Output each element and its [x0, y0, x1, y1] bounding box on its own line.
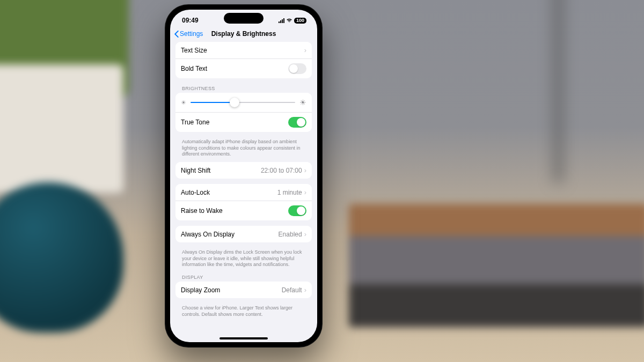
display-zoom-label: Display Zoom — [181, 286, 220, 294]
night-shift-value: 22:00 to 07:00 — [261, 167, 302, 174]
zoom-description: Choose a view for iPhone. Larger Text sh… — [175, 304, 312, 322]
chevron-right-icon: › — [304, 46, 306, 54]
text-size-label: Text Size — [181, 47, 207, 54]
chevron-right-icon: › — [304, 188, 306, 196]
screen: 09:49 100 Settings Display & Brightness — [170, 10, 317, 342]
lock-group: Auto-Lock 1 minute › Raise to Wake — [175, 184, 312, 220]
true-tone-toggle[interactable] — [288, 117, 306, 128]
brightness-slider-row: ☀︎ ☀︎ — [175, 93, 312, 113]
aod-label: Always On Display — [181, 231, 235, 238]
background-pot — [0, 64, 123, 193]
sun-large-icon: ☀︎ — [299, 98, 306, 107]
sun-small-icon: ☀︎ — [181, 99, 186, 106]
auto-lock-row[interactable]: Auto-Lock 1 minute › — [175, 184, 312, 201]
raise-to-wake-row: Raise to Wake — [175, 201, 312, 220]
navigation-bar: Settings Display & Brightness — [170, 27, 317, 42]
aod-group: Always On Display Enabled › — [175, 226, 312, 242]
background-tripod — [515, 0, 601, 182]
chevron-left-icon — [174, 31, 179, 38]
night-shift-label: Night Shift — [181, 167, 210, 174]
background-books — [349, 204, 644, 362]
chevron-right-icon: › — [304, 286, 306, 294]
display-zoom-row[interactable]: Display Zoom Default › — [175, 282, 312, 298]
aod-description: Always On Display dims the Lock Screen w… — [175, 248, 312, 272]
home-indicator[interactable] — [219, 337, 268, 339]
display-zoom-value: Default — [282, 286, 302, 294]
back-button[interactable]: Settings — [174, 30, 203, 38]
battery-indicator: 100 — [294, 18, 306, 24]
cellular-signal-icon — [279, 18, 284, 23]
raise-to-wake-label: Raise to Wake — [181, 207, 223, 215]
auto-lock-value: 1 minute — [277, 189, 302, 196]
brightness-header: BRIGHTNESS — [175, 84, 312, 93]
brightness-group: ☀︎ ☀︎ True Tone — [175, 93, 312, 132]
status-time: 09:49 — [182, 17, 199, 24]
night-shift-row[interactable]: Night Shift 22:00 to 07:00 › — [175, 162, 312, 179]
background-mug — [0, 182, 123, 333]
bold-text-row: Bold Text — [175, 59, 312, 78]
raise-to-wake-toggle[interactable] — [288, 205, 306, 216]
text-group: Text Size › Bold Text — [175, 42, 312, 78]
bold-text-label: Bold Text — [181, 65, 207, 72]
true-tone-row: True Tone — [175, 113, 312, 132]
bold-text-toggle[interactable] — [288, 63, 306, 74]
true-tone-description: Automatically adapt iPhone display based… — [175, 137, 312, 162]
display-header: DISPLAY — [175, 272, 312, 282]
true-tone-label: True Tone — [181, 119, 209, 126]
iphone-device: 09:49 100 Settings Display & Brightness — [165, 4, 323, 348]
display-zoom-group: Display Zoom Default › — [175, 282, 312, 298]
back-label: Settings — [180, 30, 203, 38]
text-size-row[interactable]: Text Size › — [175, 42, 312, 59]
chevron-right-icon: › — [304, 230, 306, 238]
wifi-icon — [286, 18, 292, 23]
page-title: Display & Brightness — [211, 30, 276, 38]
dynamic-island — [224, 13, 264, 24]
night-shift-group: Night Shift 22:00 to 07:00 › — [175, 162, 312, 179]
slider-knob[interactable] — [230, 98, 239, 107]
auto-lock-label: Auto-Lock — [181, 189, 210, 196]
brightness-slider[interactable] — [191, 102, 295, 103]
always-on-display-row[interactable]: Always On Display Enabled › — [175, 226, 312, 242]
aod-value: Enabled — [279, 231, 302, 238]
chevron-right-icon: › — [304, 166, 306, 174]
